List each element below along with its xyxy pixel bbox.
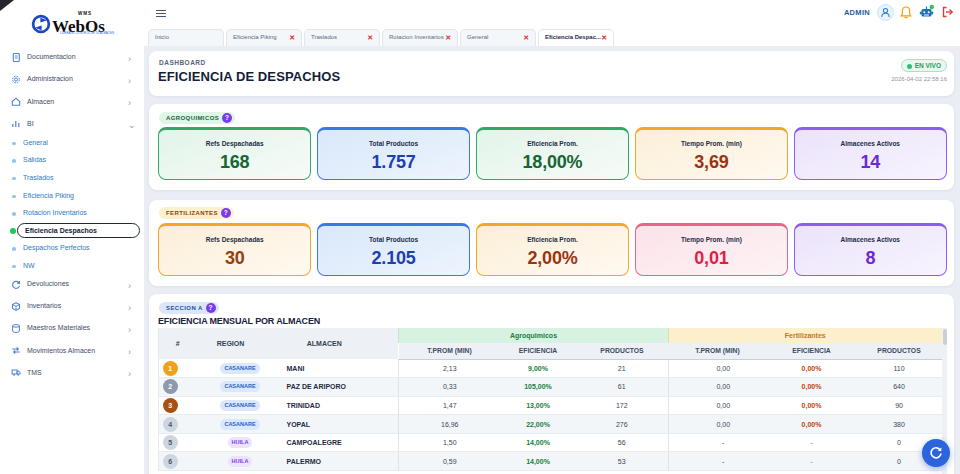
- svg-text:LIDERA EL CONTROL DE TU ALMACE: LIDERA EL CONTROL DE TU ALMACEN: [60, 31, 114, 35]
- svg-text:WMS: WMS: [78, 11, 92, 16]
